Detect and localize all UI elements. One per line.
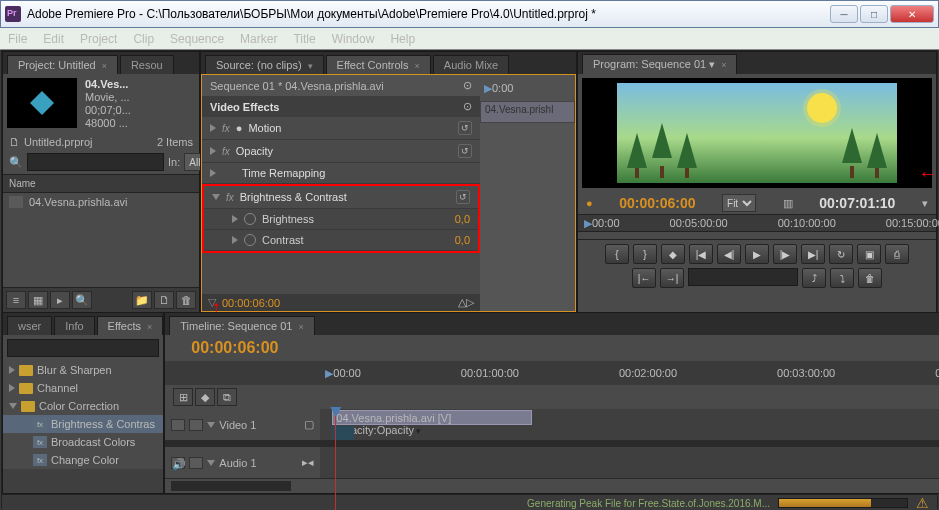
menu-bar: File Edit Project Clip Sequence Marker T… (0, 28, 939, 50)
mark-out-button[interactable]: } (633, 244, 657, 264)
stopwatch-icon[interactable] (244, 213, 256, 225)
tab-audio-mixer[interactable]: Audio Mixe (433, 55, 509, 74)
program-duration: 00:07:01:10 (819, 195, 895, 211)
tab-program[interactable]: Program: Sequence 01 ▾× (582, 54, 737, 74)
list-view-button[interactable]: ≡ (6, 291, 26, 309)
zoom-select[interactable]: Fit (722, 194, 756, 212)
tab-project[interactable]: Project: Untitled× (7, 55, 118, 74)
program-timecode[interactable]: 00:00:06:00 (619, 195, 695, 211)
project-search[interactable] (27, 153, 164, 171)
jog-wheel[interactable] (688, 268, 798, 286)
effect-change-color[interactable]: fxChange Color (3, 451, 163, 469)
menu-project[interactable]: Project (80, 32, 117, 46)
program-viewport[interactable] (582, 78, 932, 188)
tab-effects[interactable]: Effects× (97, 316, 164, 335)
menu-edit[interactable]: Edit (43, 32, 64, 46)
param-contrast[interactable]: Contrast0,0 (204, 230, 478, 251)
extract-button[interactable]: ⤵ (830, 268, 854, 288)
new-item-button[interactable]: 🗋 (154, 291, 174, 309)
stopwatch-icon[interactable] (244, 234, 256, 246)
menu-clip[interactable]: Clip (133, 32, 154, 46)
effect-broadcast-colors[interactable]: fxBroadcast Colors (3, 433, 163, 451)
next-edit-button[interactable]: →| (660, 268, 684, 288)
icon-view-button[interactable]: ▦ (28, 291, 48, 309)
clip-info: 04.Ves... Movie, ... 00;07;0... 48000 ..… (85, 78, 131, 130)
effect-brightness-contrast[interactable]: fxBrightness & Contrast↺ (204, 186, 478, 209)
close-button[interactable]: ✕ (890, 5, 934, 23)
tab-timeline[interactable]: Timeline: Sequence 01× (169, 316, 314, 335)
automate-button[interactable]: ▸ (50, 291, 70, 309)
trash-button[interactable]: 🗑 (176, 291, 196, 309)
minimize-button[interactable]: ─ (830, 5, 858, 23)
export-frame-button[interactable]: ⎙ (885, 244, 909, 264)
trash-icon[interactable]: 🗑 (858, 268, 882, 288)
effect-brightness-contrast-item[interactable]: fxBrightness & Contras (3, 415, 163, 433)
menu-title[interactable]: Title (293, 32, 315, 46)
video-file-icon (9, 196, 23, 208)
tab-effect-controls[interactable]: Effect Controls× (326, 55, 431, 74)
track-mute-icon[interactable]: 🔊 (171, 457, 185, 469)
timeline-clip[interactable]: 04.Vesna.prishla.avi [V] Opacity:Opacity… (332, 410, 532, 425)
track-lock-icon[interactable] (189, 419, 203, 431)
expand-icon[interactable]: ⊙ (463, 79, 472, 92)
timeline-timecode[interactable]: 00:00:06:00 (191, 339, 278, 357)
output-button[interactable]: ▥ (783, 197, 793, 210)
playhead[interactable] (335, 409, 336, 510)
progress-bar (778, 498, 908, 508)
goto-out-button[interactable]: ▶| (801, 244, 825, 264)
folder-color-correction[interactable]: Color Correction (3, 397, 163, 415)
marker-button[interactable]: ◆ (195, 388, 215, 406)
sync-lock-button[interactable]: ⧉ (217, 388, 237, 406)
track-visibility-icon[interactable] (171, 419, 185, 431)
project-path: Untitled.prproj (24, 136, 157, 148)
clip-thumbnail[interactable] (7, 78, 77, 128)
timeline-ruler[interactable]: ▶00:00 00:01:00:00 00:02:00:00 00:03:00:… (165, 361, 939, 385)
folder-blur[interactable]: Blur & Sharpen (3, 361, 163, 379)
tab-resource[interactable]: Resou (120, 55, 174, 74)
play-button[interactable]: ▶ (745, 244, 769, 264)
menu-file[interactable]: File (8, 32, 27, 46)
set-marker-button[interactable]: ◆ (661, 244, 685, 264)
menu-help[interactable]: Help (390, 32, 415, 46)
effect-motion[interactable]: fx●Motion↺ (202, 117, 480, 140)
audio-track-1[interactable]: 🔊 Audio 1 ▸◂ (165, 447, 939, 479)
tab-info[interactable]: Info (54, 316, 94, 335)
effect-timecode[interactable]: 00:00:06:00 (222, 297, 280, 309)
zoom-slider[interactable] (171, 481, 291, 491)
folder-channel[interactable]: Channel (3, 379, 163, 397)
program-ruler[interactable]: ▶00:00 00:05:00:00 00:10:00:00 00:15:00:… (578, 214, 936, 232)
zoom-icon[interactable]: △▷ (458, 296, 474, 309)
tab-source[interactable]: Source: (no clips)▾ (205, 55, 324, 74)
step-back-button[interactable]: ◀| (717, 244, 741, 264)
snap-button[interactable]: ⊞ (173, 388, 193, 406)
goto-in-button[interactable]: |◀ (689, 244, 713, 264)
asset-row[interactable]: 04.Vesna.prishla.avi (3, 193, 199, 211)
column-name[interactable]: Name (3, 174, 199, 193)
mark-in-button[interactable]: { (605, 244, 629, 264)
step-fwd-button[interactable]: |▶ (773, 244, 797, 264)
effects-search[interactable] (7, 339, 159, 357)
param-brightness[interactable]: Brightness0,0 (204, 209, 478, 230)
safe-margins-button[interactable]: ▣ (857, 244, 881, 264)
warning-icon[interactable]: ⚠ (916, 495, 929, 510)
tab-browser[interactable]: wser (7, 316, 52, 335)
effect-opacity[interactable]: fxOpacity↺ (202, 140, 480, 163)
timeline-panel: Timeline: Sequence 01× 00:00:06:00 ▶00:0… (164, 312, 939, 494)
lift-button[interactable]: ⤴ (802, 268, 826, 288)
new-bin-button[interactable]: 📁 (132, 291, 152, 309)
menu-sequence[interactable]: Sequence (170, 32, 224, 46)
video-track-1[interactable]: Video 1 ▢ 04.Vesna.prishla.avi [V] Opaci… (165, 409, 939, 441)
video-effects-label: Video Effects (210, 101, 280, 113)
toggle-icon[interactable]: ⊙ (463, 100, 472, 113)
find-button[interactable]: 🔍 (72, 291, 92, 309)
maximize-button[interactable]: □ (860, 5, 888, 23)
track-lock-icon[interactable] (189, 457, 203, 469)
reset-icon[interactable]: ↺ (458, 121, 472, 135)
prev-edit-button[interactable]: |← (632, 268, 656, 288)
effect-timeline[interactable]: ▶0:00 04.Vesna.prishl (480, 75, 575, 311)
menu-marker[interactable]: Marker (240, 32, 277, 46)
menu-window[interactable]: Window (332, 32, 375, 46)
effect-time-remapping[interactable]: Time Remapping (202, 163, 480, 184)
loop-button[interactable]: ↻ (829, 244, 853, 264)
window-title: Adobe Premiere Pro - C:\Пользователи\БОБ… (27, 7, 830, 21)
